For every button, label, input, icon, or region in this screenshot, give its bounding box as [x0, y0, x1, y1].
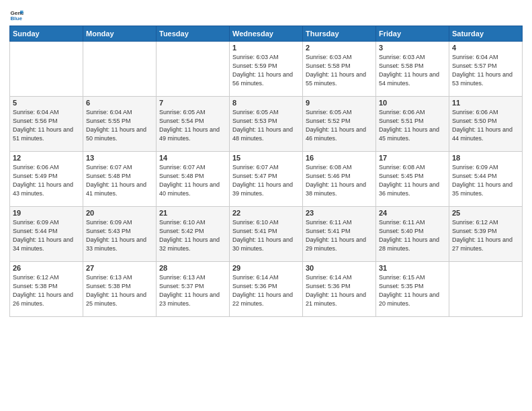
day-number: 15	[232, 154, 300, 162]
day-info: Sunrise: 6:05 AMSunset: 5:52 PMDaylight:…	[306, 109, 366, 142]
calendar-cell: 25Sunrise: 6:12 AMSunset: 5:39 PMDayligh…	[449, 207, 523, 262]
day-number: 21	[159, 209, 226, 217]
calendar-cell: 29Sunrise: 6:14 AMSunset: 5:36 PMDayligh…	[230, 262, 303, 317]
calendar-week-1: 1Sunrise: 6:03 AMSunset: 5:59 PMDaylight…	[10, 42, 523, 97]
weekday-tuesday: Tuesday	[157, 26, 230, 42]
calendar-cell: 3Sunrise: 6:03 AMSunset: 5:58 PMDaylight…	[376, 42, 449, 97]
day-info: Sunrise: 6:10 AMSunset: 5:42 PMDaylight:…	[159, 219, 220, 252]
day-info: Sunrise: 6:03 AMSunset: 5:59 PMDaylight:…	[232, 54, 293, 87]
calendar-cell: 5Sunrise: 6:04 AMSunset: 5:56 PMDaylight…	[10, 97, 83, 152]
day-number: 16	[306, 154, 373, 162]
day-info: Sunrise: 6:08 AMSunset: 5:46 PMDaylight:…	[306, 164, 366, 197]
calendar-cell: 14Sunrise: 6:07 AMSunset: 5:48 PMDayligh…	[157, 152, 230, 207]
calendar-cell: 12Sunrise: 6:06 AMSunset: 5:49 PMDayligh…	[10, 152, 83, 207]
weekday-header-row: SundayMondayTuesdayWednesdayThursdayFrid…	[10, 26, 523, 42]
calendar-cell: 27Sunrise: 6:13 AMSunset: 5:38 PMDayligh…	[83, 262, 157, 317]
day-number: 9	[306, 99, 373, 107]
day-info: Sunrise: 6:04 AMSunset: 5:55 PMDaylight:…	[86, 109, 146, 142]
calendar-week-4: 19Sunrise: 6:09 AMSunset: 5:44 PMDayligh…	[10, 207, 523, 262]
calendar-cell: 22Sunrise: 6:10 AMSunset: 5:41 PMDayligh…	[230, 207, 303, 262]
day-number: 27	[86, 264, 153, 272]
day-info: Sunrise: 6:06 AMSunset: 5:51 PMDaylight:…	[379, 109, 439, 142]
day-number: 5	[13, 99, 80, 107]
day-number: 19	[13, 209, 80, 217]
day-number: 26	[13, 264, 80, 272]
day-info: Sunrise: 6:07 AMSunset: 5:48 PMDaylight:…	[86, 164, 146, 197]
day-info: Sunrise: 6:07 AMSunset: 5:47 PMDaylight:…	[232, 164, 293, 197]
calendar-cell: 20Sunrise: 6:09 AMSunset: 5:43 PMDayligh…	[83, 207, 157, 262]
calendar-cell: 1Sunrise: 6:03 AMSunset: 5:59 PMDaylight…	[230, 42, 303, 97]
calendar-cell: 6Sunrise: 6:04 AMSunset: 5:55 PMDaylight…	[83, 97, 157, 152]
day-number: 28	[159, 264, 226, 272]
calendar-week-2: 5Sunrise: 6:04 AMSunset: 5:56 PMDaylight…	[10, 97, 523, 152]
day-number: 31	[379, 264, 446, 272]
weekday-monday: Monday	[83, 26, 157, 42]
day-number: 4	[452, 44, 519, 52]
calendar-cell: 21Sunrise: 6:10 AMSunset: 5:42 PMDayligh…	[157, 207, 230, 262]
day-number: 17	[379, 154, 446, 162]
day-info: Sunrise: 6:10 AMSunset: 5:41 PMDaylight:…	[232, 219, 293, 252]
calendar-cell: 24Sunrise: 6:11 AMSunset: 5:40 PMDayligh…	[376, 207, 449, 262]
calendar-cell: 4Sunrise: 6:04 AMSunset: 5:57 PMDaylight…	[449, 42, 523, 97]
day-info: Sunrise: 6:06 AMSunset: 5:49 PMDaylight:…	[13, 164, 73, 197]
day-number: 6	[86, 99, 153, 107]
day-number: 7	[159, 99, 226, 107]
calendar-cell: 19Sunrise: 6:09 AMSunset: 5:44 PMDayligh…	[10, 207, 83, 262]
logo-icon: General Blue	[9, 7, 24, 21]
day-info: Sunrise: 6:03 AMSunset: 5:58 PMDaylight:…	[306, 54, 366, 87]
calendar-cell	[157, 42, 230, 97]
calendar-cell: 15Sunrise: 6:07 AMSunset: 5:47 PMDayligh…	[230, 152, 303, 207]
weekday-sunday: Sunday	[10, 26, 83, 42]
day-number: 30	[306, 264, 373, 272]
day-number: 2	[306, 44, 373, 52]
day-info: Sunrise: 6:11 AMSunset: 5:40 PMDaylight:…	[379, 219, 439, 252]
logo: General Blue	[9, 7, 27, 21]
day-info: Sunrise: 6:04 AMSunset: 5:56 PMDaylight:…	[13, 109, 73, 142]
weekday-thursday: Thursday	[303, 26, 376, 42]
day-number: 29	[232, 264, 300, 272]
weekday-friday: Friday	[376, 26, 449, 42]
day-info: Sunrise: 6:03 AMSunset: 5:58 PMDaylight:…	[379, 54, 439, 87]
day-number: 8	[232, 99, 300, 107]
day-number: 10	[379, 99, 446, 107]
calendar-cell: 17Sunrise: 6:08 AMSunset: 5:45 PMDayligh…	[376, 152, 449, 207]
day-info: Sunrise: 6:11 AMSunset: 5:41 PMDaylight:…	[306, 219, 366, 252]
day-info: Sunrise: 6:05 AMSunset: 5:54 PMDaylight:…	[159, 109, 220, 142]
calendar-cell: 18Sunrise: 6:09 AMSunset: 5:44 PMDayligh…	[449, 152, 523, 207]
calendar-cell: 16Sunrise: 6:08 AMSunset: 5:46 PMDayligh…	[303, 152, 376, 207]
day-number: 20	[86, 209, 153, 217]
day-number: 22	[232, 209, 300, 217]
day-number: 25	[452, 209, 519, 217]
weekday-saturday: Saturday	[449, 26, 523, 42]
calendar-cell: 7Sunrise: 6:05 AMSunset: 5:54 PMDaylight…	[157, 97, 230, 152]
calendar-cell	[10, 42, 83, 97]
day-info: Sunrise: 6:13 AMSunset: 5:38 PMDaylight:…	[86, 274, 146, 307]
weekday-wednesday: Wednesday	[230, 26, 303, 42]
calendar-week-3: 12Sunrise: 6:06 AMSunset: 5:49 PMDayligh…	[10, 152, 523, 207]
day-info: Sunrise: 6:15 AMSunset: 5:35 PMDaylight:…	[379, 274, 439, 307]
calendar-cell: 26Sunrise: 6:12 AMSunset: 5:38 PMDayligh…	[10, 262, 83, 317]
day-number: 3	[379, 44, 446, 52]
day-info: Sunrise: 6:08 AMSunset: 5:45 PMDaylight:…	[379, 164, 439, 197]
calendar-cell: 23Sunrise: 6:11 AMSunset: 5:41 PMDayligh…	[303, 207, 376, 262]
calendar-cell	[449, 262, 523, 317]
calendar-cell: 28Sunrise: 6:13 AMSunset: 5:37 PMDayligh…	[157, 262, 230, 317]
svg-text:Blue: Blue	[10, 15, 22, 21]
day-info: Sunrise: 6:07 AMSunset: 5:48 PMDaylight:…	[159, 164, 220, 197]
day-info: Sunrise: 6:14 AMSunset: 5:36 PMDaylight:…	[306, 274, 366, 307]
day-number: 23	[306, 209, 373, 217]
calendar-cell: 8Sunrise: 6:05 AMSunset: 5:53 PMDaylight…	[230, 97, 303, 152]
day-number: 14	[159, 154, 226, 162]
day-number: 12	[13, 154, 80, 162]
calendar-cell: 2Sunrise: 6:03 AMSunset: 5:58 PMDaylight…	[303, 42, 376, 97]
day-number: 1	[232, 44, 300, 52]
day-info: Sunrise: 6:09 AMSunset: 5:44 PMDaylight:…	[452, 164, 513, 197]
day-number: 18	[452, 154, 519, 162]
day-info: Sunrise: 6:09 AMSunset: 5:44 PMDaylight:…	[13, 219, 73, 252]
day-info: Sunrise: 6:13 AMSunset: 5:37 PMDaylight:…	[159, 274, 220, 307]
calendar-cell: 31Sunrise: 6:15 AMSunset: 5:35 PMDayligh…	[376, 262, 449, 317]
calendar-cell: 30Sunrise: 6:14 AMSunset: 5:36 PMDayligh…	[303, 262, 376, 317]
header: General Blue	[9, 7, 523, 21]
day-info: Sunrise: 6:06 AMSunset: 5:50 PMDaylight:…	[452, 109, 513, 142]
calendar-table: SundayMondayTuesdayWednesdayThursdayFrid…	[9, 26, 523, 317]
